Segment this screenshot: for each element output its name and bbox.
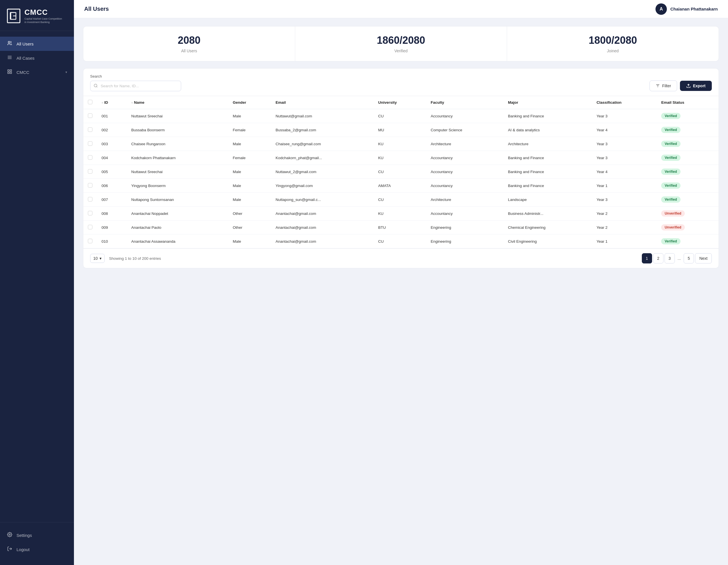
sidebar-item-settings[interactable]: Settings <box>0 528 74 542</box>
header-faculty[interactable]: Faculty <box>426 96 504 109</box>
row-checkbox[interactable] <box>88 113 92 118</box>
cell-faculty: Accountancy <box>426 151 504 165</box>
cell-major: AI & data analytics <box>503 123 592 137</box>
cell-id: 007 <box>97 193 127 207</box>
cmcc-icon <box>7 69 13 75</box>
search-block: Search <box>90 74 181 91</box>
header-gender[interactable]: Gender <box>228 96 271 109</box>
cell-faculty: Architecture <box>426 193 504 207</box>
row-checkbox[interactable] <box>88 239 92 243</box>
header-major[interactable]: Major <box>503 96 592 109</box>
stat-value-verified: 1860/2080 <box>304 34 498 46</box>
search-input[interactable] <box>90 81 181 91</box>
table-row: 003 Chaisee Rungaroon Male Chaisee_rung@… <box>83 137 719 151</box>
logo-title: CMCC <box>24 8 62 17</box>
status-badge: Unverified <box>661 224 685 231</box>
sidebar-item-label: All Users <box>16 42 34 46</box>
row-checkbox[interactable] <box>88 155 92 160</box>
logo-subtitle: Capital Market Case Competition in Inves… <box>24 17 62 24</box>
page-button-5[interactable]: 5 <box>684 253 694 264</box>
cell-email: Kodchakorn_phat@gmail... <box>271 151 374 165</box>
status-badge: Verified <box>661 183 680 189</box>
status-badge: Verified <box>661 197 680 203</box>
cell-major: Chemical Engineering <box>503 221 592 235</box>
cell-gender: Female <box>228 151 271 165</box>
table-row: 007 Nuttapong Suntornsanan Male Nuttapon… <box>83 193 719 207</box>
per-page-select[interactable]: 10 ▾ <box>90 254 105 263</box>
sidebar: CMCC Capital Market Case Competition in … <box>0 0 74 565</box>
sidebar-item-label: Logout <box>16 547 30 552</box>
cell-email: Bussaba_2@gmail.com <box>271 123 374 137</box>
header-checkbox[interactable] <box>88 100 92 104</box>
page-button-3[interactable]: 3 <box>665 253 675 264</box>
status-badge: Verified <box>661 155 680 161</box>
row-checkbox[interactable] <box>88 211 92 216</box>
cell-major: Architecture <box>503 137 592 151</box>
page-button-2[interactable]: 2 <box>653 253 663 264</box>
cell-id: 002 <box>97 123 127 137</box>
sidebar-item-cmcc[interactable]: CMCC ▾ <box>0 65 74 79</box>
status-badge: Verified <box>661 141 680 147</box>
cell-university: BTU <box>374 221 426 235</box>
row-checkbox-cell <box>83 235 97 249</box>
cell-classification: Year 2 <box>592 207 657 221</box>
row-checkbox-cell <box>83 151 97 165</box>
row-checkbox[interactable] <box>88 127 92 132</box>
cell-classification: Year 2 <box>592 221 657 235</box>
svg-line-14 <box>96 86 97 87</box>
cell-name: Yingyong Boonserm <box>127 179 228 193</box>
cell-name: Chaisee Rungaroon <box>127 137 228 151</box>
user-name: Chaianan Phattanakarn <box>670 7 718 11</box>
sidebar-item-logout[interactable]: Logout <box>0 542 74 556</box>
page-ellipsis: ... <box>676 256 683 261</box>
filter-button[interactable]: Filter <box>650 80 677 91</box>
data-table: ↑ID ↑Name Gender Email University Facult… <box>83 96 719 249</box>
cell-email: Nuttawut_2@gmail.com <box>271 165 374 179</box>
filter-label: Filter <box>662 84 671 88</box>
status-badge: Verified <box>661 127 680 133</box>
chevron-down-icon: ▾ <box>100 256 102 261</box>
page-button-1[interactable]: 1 <box>642 253 652 264</box>
header: All Users A Chaianan Phattanakarn <box>74 0 728 18</box>
table-card: Search Fil <box>83 68 719 268</box>
sidebar-item-all-cases[interactable]: All Cases <box>0 51 74 65</box>
row-checkbox[interactable] <box>88 141 92 146</box>
sidebar-nav: All Users All Cases CMCC ▾ <box>0 31 74 522</box>
cell-classification: Year 1 <box>592 235 657 249</box>
header-email-status[interactable]: Email Status <box>657 96 719 109</box>
header-id[interactable]: ↑ID <box>97 96 127 109</box>
cell-major: Banking and Finance <box>503 151 592 165</box>
cell-classification: Year 3 <box>592 193 657 207</box>
cell-email: Anantachai@gmail.com <box>271 235 374 249</box>
cell-status: Verified <box>657 109 719 123</box>
svg-rect-7 <box>8 70 9 71</box>
row-checkbox[interactable] <box>88 197 92 202</box>
header-university[interactable]: University <box>374 96 426 109</box>
cell-status: Verified <box>657 193 719 207</box>
row-checkbox[interactable] <box>88 225 92 229</box>
sidebar-item-all-users[interactable]: All Users <box>0 37 74 51</box>
export-button[interactable]: Export <box>680 81 712 91</box>
sidebar-item-label: All Cases <box>16 56 34 61</box>
row-checkbox[interactable] <box>88 183 92 188</box>
sort-icon: ↑ <box>131 101 133 104</box>
cell-email: Yingyong@gmail.com <box>271 179 374 193</box>
cell-faculty: Engineering <box>426 221 504 235</box>
status-badge: Unverified <box>661 210 685 217</box>
row-checkbox[interactable] <box>88 169 92 174</box>
header-email[interactable]: Email <box>271 96 374 109</box>
avatar: A <box>655 3 667 15</box>
cell-status: Verified <box>657 235 719 249</box>
stat-verified: 1860/2080 Verified <box>295 26 507 61</box>
header-name[interactable]: ↑Name <box>127 96 228 109</box>
row-checkbox-cell <box>83 193 97 207</box>
cell-name: Nuttawut Sreechai <box>127 109 228 123</box>
cell-status: Verified <box>657 137 719 151</box>
cell-classification: Year 3 <box>592 151 657 165</box>
cell-gender: Other <box>228 221 271 235</box>
row-checkbox-cell <box>83 207 97 221</box>
cell-id: 009 <box>97 221 127 235</box>
cell-university: KU <box>374 137 426 151</box>
next-button[interactable]: Next <box>695 253 712 264</box>
header-classification[interactable]: Classification <box>592 96 657 109</box>
